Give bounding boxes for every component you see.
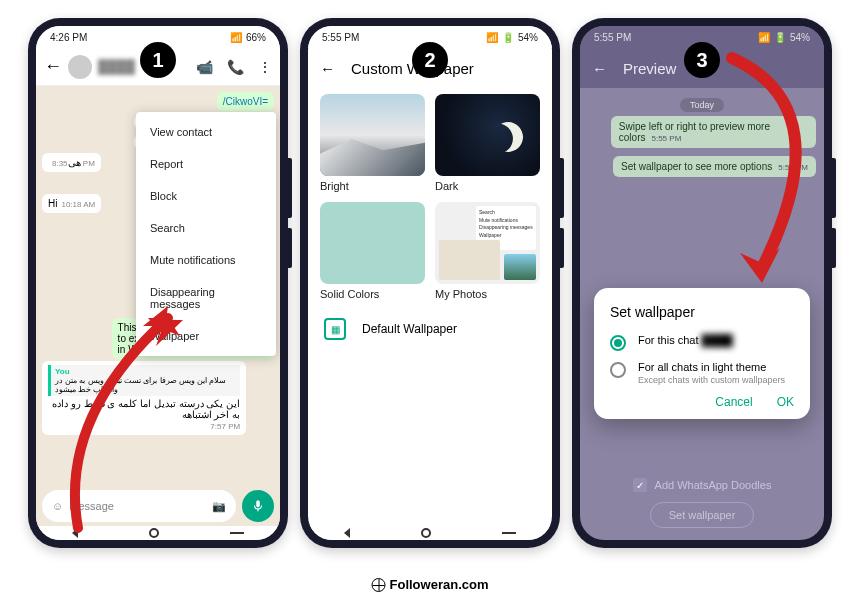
nav-recent-icon[interactable] [502,532,516,534]
status-time: 4:26 PM [50,32,87,43]
phone-3: 3 5:55 PM 📶 🔋 54% ← Preview Today Swipe … [572,18,832,548]
battery-text: 54% [790,32,810,43]
radio-sublabel: Except chats with custom wallpapers [638,375,785,385]
solid-thumbnail [320,202,425,284]
nav-recent-icon[interactable] [230,532,244,534]
photos-thumbnail: Search Mute notifications Disappearing m… [435,202,540,284]
message-link[interactable]: /CikwoVI= [223,96,268,107]
tile-label: Dark [435,180,540,192]
menu-search[interactable]: Search [136,212,276,244]
watermark-text: Followeran.com [390,577,489,592]
status-icons: 📶 🔋 54% [486,32,538,43]
step-badge-3: 3 [684,42,720,78]
tile-label: Solid Colors [320,288,425,300]
avatar[interactable] [68,55,92,79]
checkbox-icon: ✓ [633,478,647,492]
menu-report[interactable]: Report [136,148,276,180]
back-arrow-icon[interactable]: ← [320,60,335,77]
redacted-name: ████ [702,334,733,346]
battery-text: 54% [518,32,538,43]
battery-icon: 🔋 [502,32,514,43]
reply-quote: Youسلام این ویس صرفا برای تست تبدیل ویس … [48,365,240,396]
ok-button[interactable]: OK [777,395,794,409]
default-wallpaper-label: Default Wallpaper [362,322,457,336]
date-chip: Today [680,98,724,112]
context-menu: View contact Report Block Search Mute no… [136,112,276,356]
mic-button[interactable] [242,490,274,522]
bright-thumbnail [320,94,425,176]
menu-mute[interactable]: Mute notifications [136,244,276,276]
emoji-icon[interactable]: ☺ [52,500,63,512]
menu-disappearing[interactable]: Disappearing messages [136,276,276,320]
status-icons: 📶 66% [230,32,266,43]
back-arrow-icon[interactable]: ← [592,60,607,77]
radio-label: For all chats in light theme [638,361,785,373]
globe-icon [372,578,386,592]
set-wallpaper-button[interactable]: Set wallpaper [650,502,755,528]
radio-icon [610,335,626,351]
preview-body[interactable]: Today Swipe left or right to preview mor… [580,88,824,540]
status-icons: 📶 🔋 54% [758,32,810,43]
cancel-button[interactable]: Cancel [715,395,752,409]
back-arrow-icon[interactable]: ← [44,56,62,77]
wallpaper-tile-photos[interactable]: Search Mute notifications Disappearing m… [435,202,540,300]
android-navbar [308,526,552,540]
menu-block[interactable]: Block [136,180,276,212]
default-wallpaper-icon: ▦ [324,318,346,340]
doodles-label: Add WhatsApp Doodles [655,479,772,491]
message-time: 7:57 PM [210,422,240,431]
preview-message: Set wallpaper to see more options5:55 PM [613,156,816,177]
message-text: این یکی درسته تبدیل اما کلمه ی ضبط رو دا… [48,398,240,420]
page-title: Preview [623,60,676,77]
wallpaper-grid: Bright Dark Solid Colors Search Mute not… [308,88,552,306]
signal-icon: 📶 [230,32,242,43]
dark-thumbnail [435,94,540,176]
nav-home-icon[interactable] [149,528,159,538]
camera-icon[interactable]: 📷 [212,500,226,513]
status-time: 5:55 PM [594,32,631,43]
tile-label: My Photos [435,288,540,300]
status-time: 5:55 PM [322,32,359,43]
radio-icon [610,362,626,378]
step-badge-2: 2 [412,42,448,78]
wallpaper-tile-solid[interactable]: Solid Colors [320,202,425,300]
wallpaper-tile-bright[interactable]: Bright [320,94,425,192]
menu-wallpaper[interactable]: Wallpaper [136,320,276,352]
radio-this-chat[interactable]: For this chat ████ [610,334,794,351]
preview-message: Swipe left or right to preview more colo… [611,116,816,148]
signal-icon: 📶 [758,32,770,43]
radio-all-chats[interactable]: For all chats in light theme Except chat… [610,361,794,385]
screen-2: 5:55 PM 📶 🔋 54% ← Custom Wallpaper Brigh… [308,26,552,540]
phone-2: 2 5:55 PM 📶 🔋 54% ← Custom Wallpaper Bri… [300,18,560,548]
battery-text: 66% [246,32,266,43]
wallpaper-tile-dark[interactable]: Dark [435,94,540,192]
set-wallpaper-dialog: Set wallpaper For this chat ████ For all… [594,288,810,419]
message-time: 10:18 AM [61,200,95,209]
message-text: هی [68,157,81,168]
preview-footer: ✓ Add WhatsApp Doodles Set wallpaper [580,478,824,528]
doodles-checkbox-row[interactable]: ✓ Add WhatsApp Doodles [633,478,772,492]
menu-view-contact[interactable]: View contact [136,116,276,148]
input-placeholder: Message [69,500,206,512]
watermark: Followeran.com [372,577,489,592]
nav-back-icon[interactable] [344,528,350,538]
screen-1: 4:26 PM 📶 66% ← ████ 📹 📞 ⋮ /CikwoVI= Sep… [36,26,280,540]
chat-body[interactable]: /CikwoVI= Septem Septem هی8:35 PM Octo H… [36,86,280,486]
signal-icon: 📶 [486,32,498,43]
dialog-title: Set wallpaper [610,304,794,320]
call-icon[interactable]: 📞 [227,59,244,75]
tile-label: Bright [320,180,425,192]
screen-3: 5:55 PM 📶 🔋 54% ← Preview Today Swipe le… [580,26,824,540]
video-call-icon[interactable]: 📹 [196,59,213,75]
chat-input-bar: ☺ Message 📷 [36,486,280,526]
nav-back-icon[interactable] [72,528,78,538]
radio-label: For this chat [638,334,699,346]
message-input[interactable]: ☺ Message 📷 [42,490,236,522]
default-wallpaper-row[interactable]: ▦ Default Wallpaper [308,306,552,352]
more-icon[interactable]: ⋮ [258,59,272,75]
nav-home-icon[interactable] [421,528,431,538]
battery-icon: 🔋 [774,32,786,43]
android-navbar [36,526,280,540]
phone-1: 1 4:26 PM 📶 66% ← ████ 📹 📞 ⋮ /CikwoVI= S… [28,18,288,548]
step-badge-1: 1 [140,42,176,78]
